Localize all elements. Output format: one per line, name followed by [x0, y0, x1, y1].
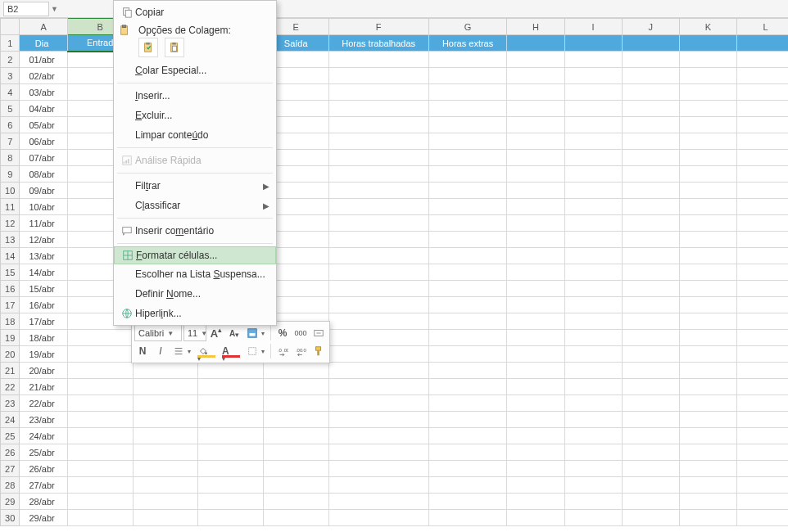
row-header[interactable]: 13 [1, 232, 20, 248]
font-color-button[interactable]: A [220, 343, 242, 359]
cell[interactable] [328, 444, 428, 461]
cell[interactable] [507, 166, 564, 183]
cell[interactable] [428, 494, 507, 510]
fill-color-button[interactable] [195, 343, 218, 359]
row-header[interactable]: 23 [1, 395, 20, 412]
row-header[interactable]: 10 [1, 183, 20, 199]
cell[interactable] [507, 183, 564, 199]
cell[interactable] [328, 183, 428, 199]
cell[interactable] [428, 248, 507, 264]
cell[interactable] [328, 395, 428, 412]
cell[interactable] [133, 461, 198, 477]
cell[interactable] [133, 395, 198, 412]
cell[interactable] [564, 248, 622, 264]
cell[interactable] [564, 117, 622, 133]
cell[interactable] [679, 248, 736, 264]
cell[interactable] [507, 313, 564, 330]
cell[interactable] [263, 363, 328, 379]
menu-filter[interactable]: Filtrar ▶ [114, 176, 276, 196]
cell[interactable] [679, 379, 736, 395]
name-box-dropdown-icon[interactable]: ▼ [51, 5, 58, 13]
cell[interactable] [622, 428, 679, 444]
cell[interactable] [564, 363, 622, 379]
col-header-L[interactable]: L [736, 19, 788, 35]
cell[interactable] [679, 166, 736, 183]
cell[interactable] [507, 133, 564, 150]
cell[interactable] [622, 232, 679, 248]
cell[interactable] [622, 477, 679, 494]
cell[interactable] [622, 101, 679, 117]
cell[interactable] [679, 133, 736, 150]
cell[interactable] [564, 133, 622, 150]
cell[interactable] [428, 215, 507, 232]
cell[interactable] [428, 313, 507, 330]
cell[interactable] [679, 510, 736, 526]
cell[interactable]: 04/abr [20, 101, 67, 117]
cell[interactable] [428, 199, 507, 215]
cell[interactable] [564, 264, 622, 281]
cell[interactable] [736, 52, 788, 68]
cell[interactable] [622, 35, 679, 52]
row-header[interactable]: 3 [1, 68, 20, 84]
cell[interactable]: Horas extras [428, 35, 507, 52]
cell[interactable] [736, 150, 788, 166]
cell[interactable]: 05/abr [20, 117, 67, 133]
cell[interactable] [428, 264, 507, 281]
cell[interactable] [564, 395, 622, 412]
cell[interactable] [328, 117, 428, 133]
cell[interactable]: 13/abr [20, 248, 67, 264]
row-header[interactable]: 1 [1, 35, 20, 52]
cell[interactable] [564, 215, 622, 232]
row-header[interactable]: 30 [1, 510, 20, 526]
row-header[interactable]: 7 [1, 133, 20, 150]
cell[interactable] [507, 494, 564, 510]
cell[interactable] [328, 461, 428, 477]
cell[interactable] [328, 346, 428, 363]
cell[interactable] [328, 330, 428, 346]
row-header[interactable]: 21 [1, 363, 20, 379]
cell[interactable] [622, 150, 679, 166]
comma-format-button[interactable]: 000 [292, 325, 309, 341]
cell[interactable] [679, 84, 736, 101]
cell[interactable] [67, 510, 133, 526]
cell[interactable] [736, 117, 788, 133]
cell[interactable] [67, 494, 133, 510]
cell[interactable] [328, 313, 428, 330]
cell[interactable] [679, 428, 736, 444]
merge-center-button[interactable] [310, 325, 327, 341]
cell[interactable] [736, 68, 788, 84]
cell[interactable] [622, 52, 679, 68]
cell[interactable] [67, 379, 133, 395]
cell[interactable] [564, 444, 622, 461]
cell[interactable]: 19/abr [20, 346, 67, 363]
cell[interactable] [736, 461, 788, 477]
cell[interactable]: 20/abr [20, 363, 67, 379]
menu-hyperlink[interactable]: Hiperlink... [114, 304, 276, 323]
cell[interactable] [564, 379, 622, 395]
cell[interactable] [622, 395, 679, 412]
cell[interactable] [622, 330, 679, 346]
cell[interactable]: 23/abr [20, 412, 67, 428]
col-header-H[interactable]: H [507, 19, 564, 35]
cell[interactable] [564, 84, 622, 101]
cell[interactable] [679, 346, 736, 363]
cell[interactable] [328, 477, 428, 494]
cell[interactable] [263, 444, 328, 461]
cell[interactable] [679, 232, 736, 248]
cell[interactable]: 18/abr [20, 330, 67, 346]
cell[interactable]: 22/abr [20, 395, 67, 412]
cell[interactable] [428, 183, 507, 199]
cell[interactable] [67, 477, 133, 494]
cell[interactable] [564, 150, 622, 166]
cell[interactable] [263, 510, 328, 526]
menu-insert-comment[interactable]: Inserir comentário [114, 221, 276, 241]
cell[interactable] [198, 494, 264, 510]
font-size-dropdown[interactable]: 11▼ [183, 325, 206, 341]
cell[interactable] [622, 379, 679, 395]
paste-default-button[interactable] [138, 38, 158, 57]
cell[interactable]: Horas trabalhadas [328, 35, 428, 52]
cell[interactable] [507, 248, 564, 264]
menu-sort[interactable]: Classificar ▶ [114, 196, 276, 215]
cell[interactable] [679, 363, 736, 379]
col-header-A[interactable]: A [20, 19, 67, 35]
